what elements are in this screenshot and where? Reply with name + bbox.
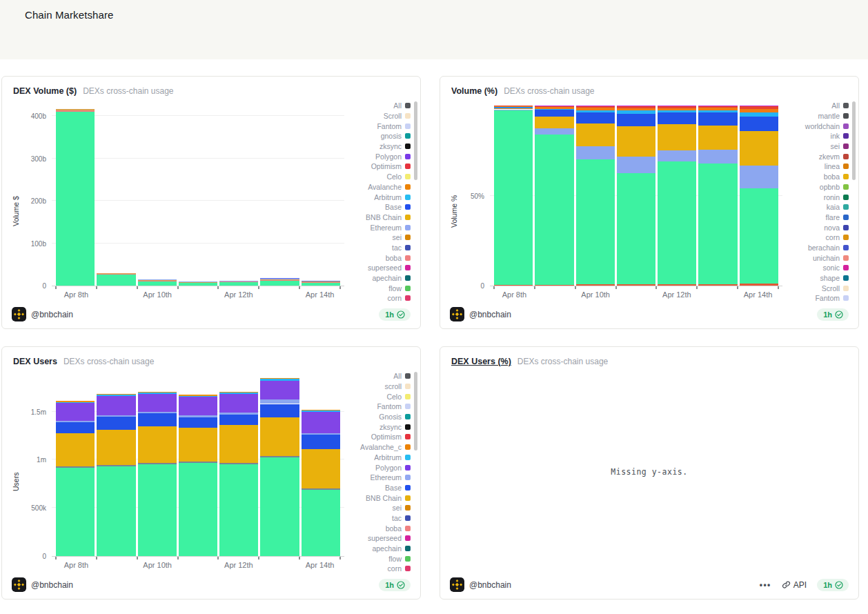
legend-item[interactable]: Avalanche_c xyxy=(344,442,411,453)
legend-item[interactable]: nova xyxy=(782,222,849,232)
bar-group[interactable] xyxy=(179,106,217,286)
legend-item[interactable]: Scroll xyxy=(344,111,411,121)
legend-item[interactable]: tac xyxy=(344,243,411,253)
legend-scrollbar[interactable] xyxy=(852,101,856,180)
legend-item[interactable]: boba xyxy=(344,523,411,533)
legend-item[interactable]: Ethereum xyxy=(344,222,411,232)
legend-item[interactable]: apechain xyxy=(344,273,411,284)
legend-item[interactable]: boba xyxy=(782,172,849,182)
legend-item[interactable]: superseed xyxy=(344,533,411,544)
legend-item[interactable]: ronin xyxy=(782,192,849,202)
legend-item[interactable]: All xyxy=(782,101,849,111)
legend-item[interactable]: All xyxy=(344,371,411,382)
bar-group[interactable] xyxy=(56,376,95,556)
bar-group[interactable] xyxy=(56,106,95,286)
chart-title[interactable]: DEX Users (%) xyxy=(451,357,511,366)
legend-scrollbar[interactable] xyxy=(414,372,417,450)
more-options-button[interactable]: ••• xyxy=(760,580,771,590)
bar-group[interactable] xyxy=(219,106,258,286)
legend-item[interactable]: Optimism xyxy=(344,432,411,442)
legend-item[interactable]: Scroll xyxy=(782,283,849,293)
legend-item[interactable]: berachain xyxy=(782,243,849,253)
legend-item[interactable]: zksync xyxy=(344,422,411,432)
bar-group[interactable] xyxy=(302,106,340,286)
legend-item[interactable]: Ethereum xyxy=(344,473,411,483)
legend-item[interactable]: shape xyxy=(782,273,849,284)
legend-item[interactable]: Avalanche xyxy=(344,182,411,192)
bar-group[interactable] xyxy=(535,106,573,286)
legend-item[interactable]: Arbitrum xyxy=(344,453,411,463)
legend-item[interactable]: corn xyxy=(782,232,849,243)
legend-item[interactable]: flow xyxy=(344,283,411,293)
legend-item[interactable]: Gnosis xyxy=(344,412,411,422)
bar-group[interactable] xyxy=(97,106,135,286)
legend-item[interactable]: zksync xyxy=(344,141,411,152)
legend-item[interactable]: boba xyxy=(344,252,411,263)
bar-group[interactable] xyxy=(138,376,177,556)
bar-group[interactable] xyxy=(219,376,258,556)
legend-item[interactable]: kaia xyxy=(782,202,849,212)
legend-item[interactable]: linea xyxy=(782,161,849,172)
legend-item[interactable]: sei xyxy=(344,503,411,513)
attribution[interactable]: @bnbchain xyxy=(12,577,73,592)
attribution[interactable]: @bnbchain xyxy=(450,577,511,592)
legend-item[interactable]: sei xyxy=(782,141,849,152)
freshness-badge[interactable]: 1h xyxy=(379,308,411,321)
freshness-badge[interactable]: 1h xyxy=(817,579,849,591)
legend-item[interactable]: corn xyxy=(344,293,411,304)
legend-item[interactable]: Celo xyxy=(344,391,411,402)
bar-group[interactable] xyxy=(302,376,340,556)
bar-group[interactable] xyxy=(260,106,299,286)
account-handle[interactable]: @bnbchain xyxy=(469,580,511,590)
legend-item[interactable]: worldchain xyxy=(782,121,849,131)
legend-item[interactable]: Base xyxy=(344,202,411,212)
legend-item[interactable]: superseed xyxy=(344,263,411,273)
legend-item[interactable]: Fantom xyxy=(782,293,849,304)
legend-item[interactable]: Base xyxy=(344,483,411,493)
legend-item[interactable]: sei xyxy=(344,232,411,243)
legend-item[interactable]: mantle xyxy=(782,111,849,121)
account-handle[interactable]: @bnbchain xyxy=(469,310,511,319)
bar-group[interactable] xyxy=(179,376,217,556)
bar-group[interactable] xyxy=(698,106,737,286)
freshness-badge[interactable]: 1h xyxy=(379,579,411,591)
legend-item[interactable]: unichain xyxy=(782,252,849,263)
chart-title: Volume (%) xyxy=(451,86,497,96)
bar-group[interactable] xyxy=(97,376,135,556)
legend-item[interactable]: All xyxy=(344,101,411,111)
account-handle[interactable]: @bnbchain xyxy=(31,580,73,590)
legend-item[interactable]: flow xyxy=(344,553,411,564)
bar-group[interactable] xyxy=(658,106,696,286)
legend-item[interactable]: ink xyxy=(782,131,849,141)
legend-item[interactable]: Celo xyxy=(344,172,411,182)
legend-item[interactable]: gnosis xyxy=(344,131,411,141)
legend-item[interactable]: Fantom xyxy=(344,121,411,131)
account-handle[interactable]: @bnbchain xyxy=(31,310,73,319)
legend-item[interactable]: Polygon xyxy=(344,151,411,161)
legend-item[interactable]: apechain xyxy=(344,544,411,554)
legend-item[interactable]: BNB Chain xyxy=(344,493,411,503)
api-link[interactable]: API xyxy=(782,580,807,590)
legend-item[interactable]: scroll xyxy=(344,382,411,392)
bar-group[interactable] xyxy=(576,106,615,286)
bar-group[interactable] xyxy=(138,106,177,286)
bar-group[interactable] xyxy=(260,376,299,556)
bar-group[interactable] xyxy=(494,106,533,286)
legend-item[interactable]: Optimism xyxy=(344,161,411,172)
legend-item[interactable]: Polygon xyxy=(344,462,411,473)
legend-item[interactable]: opbnb xyxy=(782,182,849,192)
legend-item[interactable]: sonic xyxy=(782,263,849,273)
legend-item[interactable]: flare xyxy=(782,212,849,223)
legend-item[interactable]: corn xyxy=(344,564,411,574)
legend-scrollbar[interactable] xyxy=(414,101,417,180)
legend-item[interactable]: Fantom xyxy=(344,402,411,412)
legend-item[interactable]: BNB Chain xyxy=(344,212,411,223)
legend-item[interactable]: Arbitrum xyxy=(344,192,411,202)
legend-item[interactable]: zkevm xyxy=(782,151,849,161)
attribution[interactable]: @bnbchain xyxy=(12,307,73,321)
bar-group[interactable] xyxy=(617,106,655,286)
attribution[interactable]: @bnbchain xyxy=(450,307,511,321)
legend-item[interactable]: tac xyxy=(344,513,411,524)
freshness-badge[interactable]: 1h xyxy=(817,308,849,321)
bar-group[interactable] xyxy=(740,106,778,286)
